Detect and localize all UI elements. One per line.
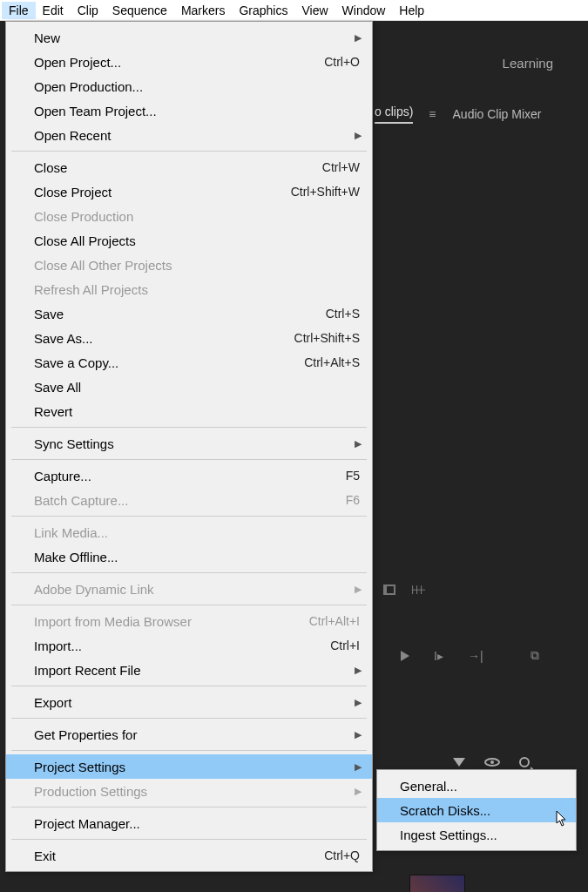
- submenu-arrow-icon: ▶: [355, 786, 362, 797]
- submenu-arrow-icon: ▶: [355, 584, 362, 595]
- file-menu-item-sync-settings[interactable]: Sync Settings▶: [6, 431, 372, 456]
- file-menu-item-import-recent-file[interactable]: Import Recent File▶: [6, 658, 372, 682]
- export-frame-icon[interactable]: ⧉: [531, 648, 539, 663]
- menu-item-shortcut: Ctrl+S: [326, 307, 360, 321]
- file-menu-item-save-as[interactable]: Save As...Ctrl+Shift+S: [6, 326, 372, 350]
- menu-item-shortcut: F6: [346, 493, 360, 507]
- file-menu-item-project-manager[interactable]: Project Manager...: [6, 811, 372, 835]
- file-menu-item-new[interactable]: New▶: [6, 25, 372, 50]
- menu-markers[interactable]: Markers: [174, 2, 233, 19]
- menu-sequence[interactable]: Sequence: [105, 2, 174, 19]
- menu-item-label: Open Project...: [34, 55, 324, 70]
- file-menu-item-save[interactable]: SaveCtrl+S: [6, 301, 372, 326]
- menu-separator: [11, 686, 367, 686]
- menu-item-label: Production Settings: [34, 784, 360, 799]
- menu-item-shortcut: F5: [346, 469, 360, 483]
- menu-item-label: Make Offline...: [34, 550, 360, 564]
- file-menu-item-open-recent[interactable]: Open Recent▶: [6, 123, 372, 147]
- menu-help[interactable]: Help: [392, 2, 431, 19]
- menu-separator: [11, 807, 367, 808]
- play-icon[interactable]: [401, 651, 409, 661]
- panel-tab-audio-mixer[interactable]: Audio Clip Mixer: [453, 107, 542, 121]
- menu-graphics[interactable]: Graphics: [232, 2, 294, 19]
- step-forward-icon[interactable]: I▸: [434, 649, 443, 663]
- menu-item-label: Link Media...: [34, 525, 360, 540]
- workspace-tab-learning[interactable]: Learning: [503, 56, 553, 71]
- menu-item-label: Import from Media Browser: [34, 614, 309, 629]
- file-menu-item-revert[interactable]: Revert: [6, 399, 372, 423]
- menu-separator: [11, 516, 367, 517]
- menu-item-label: Revert: [34, 404, 360, 419]
- file-menu-item-open-production[interactable]: Open Production...: [6, 74, 372, 98]
- menu-item-label: Exit: [34, 848, 324, 863]
- file-menu-item-open-project[interactable]: Open Project...Ctrl+O: [6, 50, 372, 74]
- bin-toolbar: [453, 757, 530, 767]
- menu-item-label: Export: [34, 695, 360, 710]
- menu-view[interactable]: View: [294, 2, 335, 19]
- menu-separator: [11, 572, 367, 573]
- panel-menu-icon[interactable]: ≡: [429, 107, 436, 121]
- file-menu-item-close-all-projects[interactable]: Close All Projects: [6, 228, 372, 253]
- file-menu-item-open-team-project[interactable]: Open Team Project...: [6, 98, 372, 123]
- file-menu-item-project-settings[interactable]: Project Settings▶: [6, 754, 372, 779]
- menu-item-label: Get Properties for: [34, 727, 360, 742]
- file-menu-item-import[interactable]: Import...Ctrl+I: [6, 633, 372, 658]
- menu-clip[interactable]: Clip: [71, 2, 105, 19]
- file-menu-item-close-project[interactable]: Close ProjectCtrl+Shift+W: [6, 179, 372, 204]
- menu-separator: [11, 839, 367, 840]
- insert-icon[interactable]: [383, 585, 395, 595]
- visibility-icon[interactable]: [484, 758, 500, 767]
- file-menu-item-exit[interactable]: ExitCtrl+Q: [6, 843, 372, 868]
- file-menu-item-capture[interactable]: Capture...F5: [6, 463, 372, 488]
- file-menu-item-save-all[interactable]: Save All: [6, 375, 372, 399]
- menu-item-label: Open Team Project...: [34, 104, 360, 118]
- menu-item-label: Close All Other Projects: [34, 258, 360, 273]
- menu-item-label: Save: [34, 307, 326, 321]
- file-menu-item-import-from-media-browser: Import from Media BrowserCtrl+Alt+I: [6, 609, 372, 633]
- filter-icon[interactable]: [453, 758, 465, 767]
- menu-item-label: Open Production...: [34, 79, 360, 94]
- menu-item-label: Adobe Dynamic Link: [34, 582, 360, 597]
- submenu-item-general[interactable]: General...: [377, 774, 576, 798]
- menu-item-label: Open Recent: [34, 128, 360, 143]
- menu-item-shortcut: Ctrl+Shift+S: [294, 331, 360, 345]
- menu-item-label: Project Manager...: [34, 816, 360, 831]
- menu-window[interactable]: Window: [335, 2, 393, 19]
- clip-thumbnail[interactable]: [409, 875, 465, 892]
- submenu-arrow-icon: ▶: [355, 697, 362, 708]
- panel-tab-clips[interactable]: o clips): [375, 105, 413, 124]
- file-menu-dropdown: New▶Open Project...Ctrl+OOpen Production…: [5, 21, 373, 872]
- menu-item-label: Save a Copy...: [34, 355, 304, 370]
- file-menu-item-make-offline[interactable]: Make Offline...: [6, 544, 372, 569]
- file-menu-item-close[interactable]: CloseCtrl+W: [6, 155, 372, 179]
- go-to-out-icon[interactable]: →|: [468, 649, 483, 663]
- menu-edit[interactable]: Edit: [36, 2, 71, 19]
- menu-item-shortcut: Ctrl+Shift+W: [291, 185, 360, 199]
- menu-file[interactable]: File: [2, 2, 36, 19]
- panel-tabs: o clips) ≡ Audio Clip Mixer: [375, 105, 583, 124]
- submenu-item-label: General...: [400, 779, 457, 794]
- menu-item-label: Import...: [34, 639, 330, 653]
- menu-separator: [11, 718, 367, 719]
- submenu-arrow-icon: ▶: [355, 130, 362, 141]
- menu-separator: [11, 427, 367, 428]
- menu-item-label: Close: [34, 160, 322, 175]
- file-menu-item-refresh-all-projects: Refresh All Projects: [6, 277, 372, 301]
- file-menu-item-get-properties-for[interactable]: Get Properties for▶: [6, 722, 372, 747]
- file-menu-item-save-a-copy[interactable]: Save a Copy...Ctrl+Alt+S: [6, 350, 372, 375]
- menu-item-label: Sync Settings: [34, 436, 360, 451]
- submenu-item-scratch-disks[interactable]: Scratch Disks...: [377, 798, 576, 822]
- search-icon[interactable]: [519, 757, 530, 767]
- menu-item-label: Close Project: [34, 185, 291, 199]
- submenu-item-ingest-settings[interactable]: Ingest Settings...: [377, 822, 576, 847]
- menu-separator: [11, 605, 367, 605]
- marker-icons: ⊦⊦⊦: [383, 583, 424, 597]
- overwrite-icon[interactable]: ⊦⊦⊦: [411, 583, 424, 597]
- menu-separator: [11, 750, 367, 751]
- menu-bar: File Edit Clip Sequence Markers Graphics…: [0, 0, 588, 21]
- menu-item-shortcut: Ctrl+O: [324, 55, 360, 69]
- menu-item-label: Project Settings: [34, 760, 360, 774]
- file-menu-item-export[interactable]: Export▶: [6, 690, 372, 714]
- menu-item-shortcut: Ctrl+Alt+I: [309, 614, 360, 628]
- submenu-arrow-icon: ▶: [355, 32, 362, 44]
